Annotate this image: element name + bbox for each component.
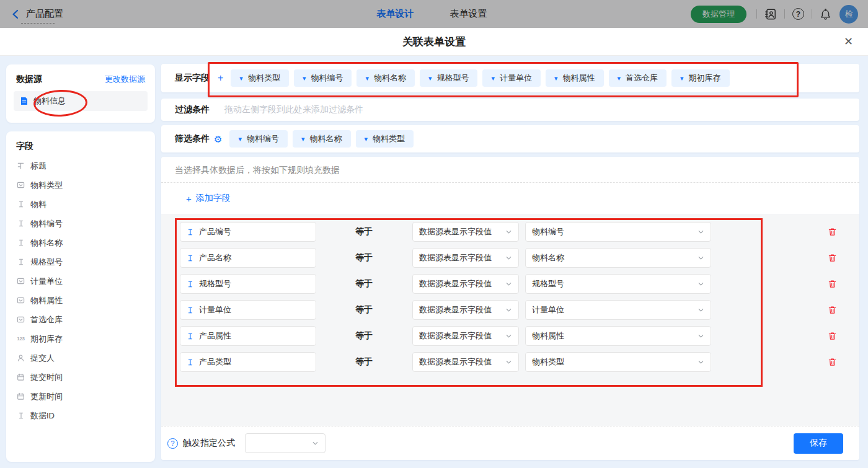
field-chip[interactable]: ▾物料编号 (294, 69, 352, 87)
field-item[interactable]: 物料 (6, 195, 155, 214)
rule-row: 产品类型等于数据源表显示字段值物料类型 (180, 352, 859, 372)
contacts-icon[interactable] (764, 8, 777, 20)
field-item[interactable]: 数据ID (6, 406, 155, 425)
tab-form-settings[interactable]: 表单设置 (450, 8, 487, 20)
rule-operator: 等于 (355, 330, 412, 342)
bell-icon[interactable] (820, 8, 831, 20)
help-icon[interactable]: ? (792, 8, 804, 20)
datasource-item[interactable]: 物料信息 (14, 91, 148, 111)
user-avatar[interactable]: 检 (839, 5, 858, 24)
rule-source-field-select[interactable]: 计量单位 (525, 300, 711, 320)
field-item[interactable]: 更新时间 (6, 387, 155, 406)
field-item-label: 数据ID (30, 410, 55, 422)
field-item[interactable]: 物料类型 (6, 175, 155, 195)
chevron-down-icon (698, 333, 704, 340)
rule-target-field[interactable]: 产品名称 (180, 248, 316, 268)
caret-down-icon: ▾ (303, 75, 306, 82)
rule-source-field-label: 物料编号 (532, 226, 564, 237)
field-chip[interactable]: ▾期初库存 (671, 69, 730, 87)
field-item-label: 物料编号 (30, 218, 63, 229)
field-chip[interactable]: ▾物料名称 (356, 69, 415, 87)
rule-target-field[interactable]: 产品类型 (180, 352, 316, 372)
chip-label: 物料编号 (247, 133, 279, 144)
field-item[interactable]: 提交人 (6, 348, 155, 368)
field-item[interactable]: 物料编号 (6, 214, 155, 233)
field-item-label: 首选仓库 (30, 314, 63, 325)
filter-condition-row[interactable]: 过滤条件 拖动左侧字段到此处来添加过滤条件 (161, 99, 859, 121)
field-item[interactable]: 计量单位 (6, 272, 155, 291)
chip-label: 物料编号 (311, 73, 343, 84)
change-datasource-link[interactable]: 更改数据源 (105, 74, 145, 85)
delete-rule-icon[interactable] (828, 279, 837, 289)
field-chip[interactable]: ▾计量单位 (482, 69, 541, 87)
formula-help-icon[interactable]: ? (167, 438, 178, 449)
fill-rules-hint: 当选择具体数据后，将按如下规则填充数据 (161, 157, 859, 183)
text-field-icon (187, 280, 194, 288)
save-button[interactable]: 保存 (794, 433, 843, 454)
field-item[interactable]: 物料名称 (6, 233, 155, 252)
field-item[interactable]: 123期初库存 (6, 329, 155, 348)
delete-rule-icon[interactable] (828, 357, 837, 367)
chevron-down-icon (698, 229, 704, 236)
field-chip[interactable]: ▾规格型号 (420, 69, 478, 87)
rule-source-field-select[interactable]: 物料名称 (525, 248, 711, 268)
field-item[interactable]: 物料属性 (6, 291, 155, 310)
rule-source-type-select[interactable]: 数据源表显示字段值 (412, 326, 519, 346)
date-field-icon (16, 373, 25, 381)
rule-source-field-select[interactable]: 物料属性 (525, 326, 711, 346)
chevron-down-icon (505, 307, 512, 314)
formula-select[interactable] (245, 433, 326, 453)
rule-source-field-select[interactable]: 物料类型 (525, 352, 711, 372)
field-chip[interactable]: ▾物料类型 (231, 69, 289, 87)
plus-icon: + (186, 193, 192, 204)
field-item-label: 期初库存 (30, 333, 63, 345)
delete-rule-icon[interactable] (828, 305, 837, 315)
chevron-down-icon (505, 229, 512, 236)
screening-condition-row: 筛选条件 ⚙ ▾物料编号▾物料名称▾物料类型 (161, 125, 859, 152)
rule-source-field-select[interactable]: 规格型号 (525, 274, 711, 294)
modal-body: 数据源 更改数据源 物料信息 字段 标题物料类型物料物料编号物料名称规格型号计量… (0, 56, 868, 468)
text-field-icon (16, 200, 25, 208)
tab-form-design[interactable]: 表单设计 (376, 8, 414, 20)
form-doc-icon (20, 97, 29, 105)
delete-rule-icon[interactable] (828, 253, 837, 263)
field-chip[interactable]: ▾物料名称 (293, 130, 351, 148)
field-item[interactable]: 提交时间 (6, 368, 155, 387)
rule-source-field-label: 物料属性 (532, 330, 564, 342)
rule-source-type-select[interactable]: 数据源表显示字段值 (412, 352, 519, 372)
chevron-down-icon (505, 255, 512, 262)
rule-target-field[interactable]: 规格型号 (180, 274, 316, 294)
rule-source-type-select[interactable]: 数据源表显示字段值 (412, 222, 519, 242)
rule-operator: 等于 (355, 252, 412, 263)
field-item[interactable]: 标题 (6, 156, 155, 175)
rule-target-field[interactable]: 产品编号 (180, 222, 316, 242)
rule-row: 计量单位等于数据源表显示字段值计量单位 (180, 300, 859, 320)
back-button[interactable]: 产品配置 (11, 8, 63, 20)
add-field-button[interactable]: + 添加字段 (161, 183, 859, 214)
delete-rule-icon[interactable] (828, 227, 837, 237)
fill-rules-panel: 当选择具体数据后，将按如下规则填充数据 + 添加字段 产品编号等于数据源表显示字… (161, 157, 859, 460)
data-manage-button[interactable]: 数据管理 (691, 6, 746, 23)
select-field-icon (16, 181, 25, 189)
field-chip[interactable]: ▾物料属性 (546, 69, 604, 87)
delete-rule-icon[interactable] (828, 331, 837, 341)
field-chip[interactable]: ▾首选仓库 (609, 69, 667, 87)
rule-source-type-select[interactable]: 数据源表显示字段值 (412, 300, 519, 320)
rule-source-type-select[interactable]: 数据源表显示字段值 (412, 274, 519, 294)
field-chip[interactable]: ▾物料编号 (229, 130, 288, 148)
gear-icon[interactable]: ⚙ (214, 135, 222, 144)
chip-label: 物料类型 (248, 73, 280, 84)
fields-panel: 字段 标题物料类型物料物料编号物料名称规格型号计量单位物料属性首选仓库123期初… (6, 131, 155, 462)
field-chip[interactable]: ▾物料类型 (356, 130, 414, 148)
modal-title: 关联表单设置 (0, 28, 868, 56)
field-item[interactable]: 规格型号 (6, 252, 155, 272)
close-icon[interactable]: ✕ (844, 28, 853, 55)
rule-target-field[interactable]: 产品属性 (180, 326, 316, 346)
rule-target-field[interactable]: 计量单位 (180, 300, 316, 320)
rule-source-type-select[interactable]: 数据源表显示字段值 (412, 248, 519, 268)
filter-condition-label: 过滤条件 (175, 104, 210, 115)
add-display-field-icon[interactable]: + (218, 73, 223, 84)
field-item[interactable]: 首选仓库 (6, 310, 155, 329)
rule-target-label: 规格型号 (199, 278, 231, 289)
rule-source-field-select[interactable]: 物料编号 (525, 222, 711, 242)
